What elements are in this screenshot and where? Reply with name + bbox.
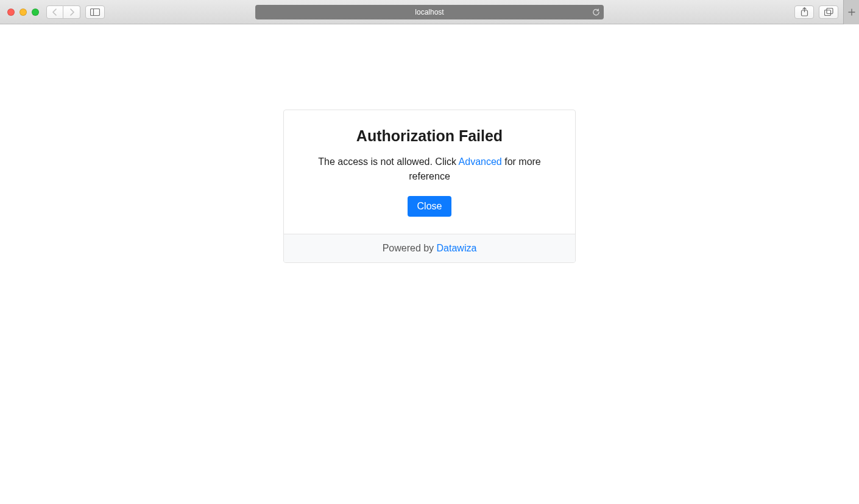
footer-prefix: Powered by: [383, 243, 437, 253]
close-window-button[interactable]: [7, 9, 15, 16]
back-button[interactable]: [46, 5, 63, 19]
navigation-buttons: [46, 5, 80, 19]
chevron-left-icon: [52, 9, 58, 16]
tabs-icon: [824, 8, 833, 16]
svg-rect-4: [824, 10, 830, 16]
tabs-button[interactable]: [819, 5, 838, 19]
dialog-message-prefix: The access is not allowed. Click: [318, 156, 458, 167]
new-tab-button[interactable]: [843, 0, 859, 24]
address-bar[interactable]: localhost: [255, 5, 604, 19]
advanced-link[interactable]: Advanced: [459, 156, 502, 167]
sidebar-icon: [90, 9, 100, 16]
reload-icon[interactable]: [592, 8, 600, 16]
dialog-title: Authorization Failed: [299, 127, 560, 145]
window-controls: [7, 9, 39, 16]
minimize-window-button[interactable]: [19, 9, 27, 16]
share-button[interactable]: [794, 5, 814, 19]
authorization-dialog: Authorization Failed The access is not a…: [283, 110, 576, 263]
svg-rect-0: [91, 9, 100, 15]
dialog-message: The access is not allowed. Click Advance…: [299, 155, 560, 184]
toolbar-right: [794, 0, 854, 24]
chevron-right-icon: [69, 9, 75, 16]
dialog-footer: Powered by Datawiza: [284, 234, 575, 262]
svg-rect-5: [827, 9, 833, 14]
browser-toolbar: localhost: [0, 0, 859, 24]
page-content: Authorization Failed The access is not a…: [0, 24, 859, 504]
url-text: localhost: [415, 8, 444, 16]
maximize-window-button[interactable]: [32, 9, 39, 16]
close-button[interactable]: Close: [408, 196, 452, 217]
datawiza-link[interactable]: Datawiza: [437, 243, 477, 253]
plus-icon: [848, 9, 855, 16]
dialog-body: Authorization Failed The access is not a…: [284, 110, 575, 234]
share-icon: [801, 7, 808, 16]
forward-button[interactable]: [63, 5, 80, 19]
sidebar-toggle-button[interactable]: [85, 5, 105, 19]
